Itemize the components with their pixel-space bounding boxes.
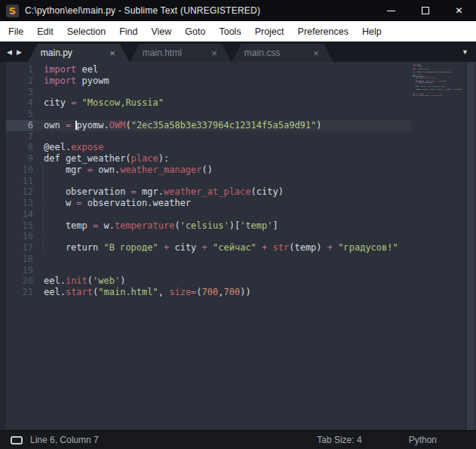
sublime-text-window: S C:\python\eel\main.py - Sublime Text (…	[0, 0, 476, 449]
line-number[interactable]: 15	[6, 220, 33, 232]
line-number[interactable]: 11	[6, 176, 33, 187]
line-number[interactable]: 4	[6, 97, 33, 109]
code-line-14[interactable]: 14	[6, 209, 411, 220]
line-number[interactable]: 3	[6, 87, 33, 98]
tab-label: main.css	[244, 48, 313, 58]
code-text: temp = w.temperature('celsius')['temp']	[44, 220, 278, 232]
line-number[interactable]: 1	[6, 64, 33, 75]
code-text: w = observation.weather	[413, 82, 433, 84]
tab-list-dropdown-icon[interactable]: ▼	[462, 42, 468, 62]
code-text: city = "Moscow,Russia"	[413, 68, 429, 69]
menu-view[interactable]: View	[144, 21, 178, 42]
tab-close-icon[interactable]: ×	[211, 48, 217, 58]
tab-history-nav: ◀ ▶	[0, 42, 28, 62]
line-number[interactable]: 13	[6, 198, 33, 209]
maximize-button[interactable]	[408, 0, 442, 21]
line-number[interactable]: 16	[6, 231, 33, 242]
window-title: C:\python\eel\main.py - Sublime Text (UN…	[25, 5, 374, 16]
code-line-6[interactable]: 6own = pyomw.OWM("2ec35a58b3e337964c1231…	[6, 120, 411, 131]
nav-back-icon[interactable]: ◀	[5, 48, 14, 56]
line-number[interactable]: 18	[6, 254, 33, 265]
code-line-20[interactable]: 20eel.init('web')	[6, 275, 411, 287]
line-number[interactable]: 7	[6, 131, 33, 143]
code-text: import pyowm	[44, 75, 109, 87]
code-line-9[interactable]: 9def get_weather(place):	[6, 153, 411, 165]
code-line-11[interactable]: 11	[6, 176, 411, 187]
line-number[interactable]: 12	[6, 186, 33, 198]
close-button[interactable]: ✕	[442, 0, 476, 21]
line-number[interactable]: 5	[6, 109, 33, 120]
code-text: mgr = own.weather_manager()	[413, 78, 436, 79]
tab-close-icon[interactable]: ×	[313, 48, 319, 58]
menu-edit[interactable]: Edit	[30, 21, 60, 42]
code-text: own = pyomw.OWM("2ec35a58b3e337964c12314…	[44, 120, 322, 131]
tab-bar: ◀ ▶ main.py×main.html×main.css× ▼	[0, 42, 476, 62]
code-line-18[interactable]: 18	[6, 254, 411, 265]
code-line-4[interactable]: 4city = "Moscow,Russia"	[6, 97, 411, 109]
line-number[interactable]: 9	[6, 153, 33, 165]
menu-help[interactable]: Help	[355, 21, 388, 42]
code-line-8[interactable]: 8@eel.expose	[6, 142, 411, 153]
syntax-indicator[interactable]: Python	[409, 435, 437, 445]
code-text: import pyowm	[413, 65, 422, 66]
code-line-21[interactable]: 21eel.start("main.html", size=(700,700))	[6, 287, 411, 298]
minimap[interactable]: import eelimport pyowmcity = "Moscow,Rus…	[411, 63, 465, 430]
code-line-5[interactable]: 5	[6, 109, 411, 120]
sublime-logo-icon: S	[6, 5, 19, 17]
vintage-mode-icon	[11, 436, 23, 444]
menu-selection[interactable]: Selection	[60, 21, 112, 42]
code-text: return "В городе" + city + "сейчас" + st…	[413, 88, 462, 90]
menu-find[interactable]: Find	[112, 21, 144, 42]
scrollbar-thumb[interactable]	[467, 62, 474, 430]
nav-forward-icon[interactable]: ▶	[15, 48, 23, 56]
code-text: city = "Moscow,Russia"	[44, 97, 164, 109]
line-number[interactable]: 20	[6, 275, 33, 287]
code-text: eel.start("main.html", size=(700,700))	[413, 94, 441, 96]
code-text: return "В городе" + city + "сейчас" + st…	[44, 242, 398, 254]
line-number[interactable]: 14	[6, 209, 33, 220]
code-line-15[interactable]: 15 temp = w.temperature('celsius')['temp…	[6, 220, 411, 232]
tab-main-py[interactable]: main.py×	[28, 44, 130, 62]
code-line-1[interactable]: 1import eel	[6, 64, 411, 75]
tab-main-html[interactable]: main.html×	[130, 44, 232, 62]
status-bar: Line 6, Column 7 Tab Size: 4 Python	[0, 430, 476, 449]
code-text: @eel.expose	[44, 142, 103, 153]
code-text: own = pyomw.OWM("2ec35a58b3e337964c12314…	[413, 71, 452, 72]
code-line-16[interactable]: 16	[6, 231, 411, 242]
code-line-10[interactable]: 10 mgr = own.weather_manager()	[6, 165, 411, 176]
code-line-19[interactable]: 19	[6, 265, 411, 276]
menu-goto[interactable]: Goto	[178, 21, 212, 42]
code-text: w = observation.weather	[44, 198, 191, 209]
tab-close-icon[interactable]: ×	[109, 48, 115, 58]
line-number[interactable]: 10	[6, 165, 33, 176]
title-bar: S C:\python\eel\main.py - Sublime Text (…	[0, 0, 476, 21]
code-line-17[interactable]: 17 return "В городе" + city + "сейчас" +…	[6, 242, 411, 254]
line-number[interactable]: 2	[6, 75, 33, 87]
code-line-17: return "В городе" + city + "сейчас" + st…	[411, 88, 465, 90]
line-number[interactable]: 19	[6, 265, 33, 276]
code-line-21: eel.start("main.html", size=(700,700))	[411, 94, 465, 96]
line-number[interactable]: 21	[6, 287, 33, 298]
code-line-13[interactable]: 13 w = observation.weather	[6, 198, 411, 209]
menu-tools[interactable]: Tools	[212, 21, 247, 42]
code-lines: 1import eel2import pyowm34city = "Moscow…	[6, 64, 411, 298]
code-line-7[interactable]: 7	[6, 131, 411, 143]
line-number[interactable]: 17	[6, 242, 33, 254]
minimize-button[interactable]	[374, 0, 408, 21]
code-editor[interactable]: 1import eel2import pyowm34city = "Moscow…	[0, 62, 476, 430]
code-line-3[interactable]: 3	[6, 87, 411, 98]
code-line-2[interactable]: 2import pyowm	[6, 75, 411, 87]
tab-size-indicator[interactable]: Tab Size: 4	[317, 435, 361, 445]
code-text: eel.start("main.html", size=(700,700))	[44, 287, 251, 298]
cursor-position-label: Line 6, Column 7	[30, 435, 317, 445]
menu-file[interactable]: File	[2, 21, 30, 42]
minimap-content: import eelimport pyowmcity = "Moscow,Rus…	[411, 63, 465, 96]
menu-preferences[interactable]: Preferences	[291, 21, 355, 42]
menu-project[interactable]: Project	[248, 21, 291, 42]
line-number[interactable]: 6	[6, 120, 33, 131]
tab-main-css[interactable]: main.css×	[232, 44, 333, 62]
code-line-12[interactable]: 12 observation = mgr.weather_at_place(ci…	[6, 186, 411, 198]
code-text: temp = w.temperature('celsius')['temp']	[413, 85, 446, 87]
line-number[interactable]: 8	[6, 142, 33, 153]
tab-label: main.html	[143, 48, 211, 58]
